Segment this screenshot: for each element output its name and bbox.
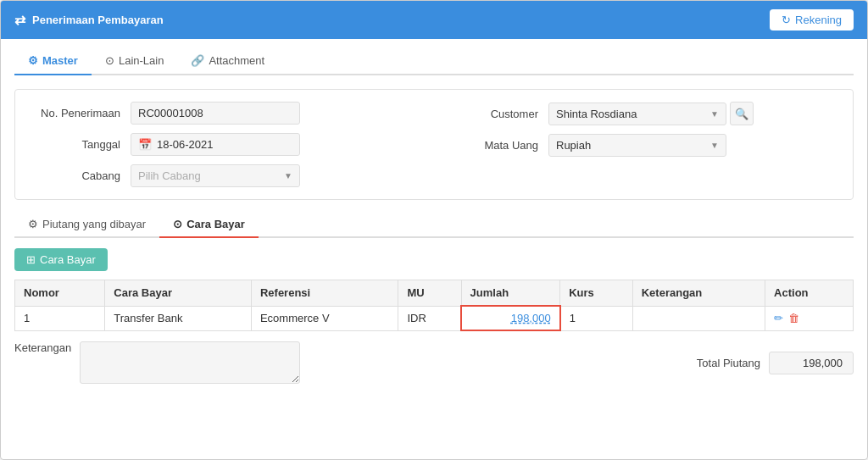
customer-field-group: Shinta Rosdiana ▼ 🔍	[548, 102, 754, 125]
top-tabs: ⚙ Master ⊙ Lain-Lain 🔗 Attachment	[14, 47, 854, 75]
table-row: 1 Transfer Bank Ecommerce V IDR 198,000 …	[15, 306, 854, 330]
total-piutang-value: 198,000	[769, 352, 854, 374]
master-icon: ⚙	[28, 54, 38, 67]
customer-select[interactable]: Shinta Rosdiana ▼	[548, 103, 726, 125]
keterangan-label: Keterangan	[14, 341, 71, 354]
rekening-label: Rekening	[795, 14, 842, 26]
cell-referensi: Ecommerce V	[251, 306, 398, 330]
no-penerimaan-row: No. Penerimaan RC00001008	[29, 102, 421, 125]
form-section: No. Penerimaan RC00001008 Tanggal 📅 18-0…	[14, 89, 854, 200]
action-icons: ✏ 🗑	[774, 312, 844, 324]
cabang-label: Cabang	[29, 169, 131, 182]
tanggal-row: Tanggal 📅 18-06-2021	[29, 133, 421, 156]
col-jumlah: Jumlah	[461, 280, 560, 307]
col-keterangan: Keterangan	[632, 280, 765, 307]
no-penerimaan-label: No. Penerimaan	[29, 107, 131, 119]
tanggal-value: 18-06-2021	[157, 138, 214, 151]
title-bar-left: ⇄ Penerimaan Pembayaran	[14, 12, 164, 28]
mata-uang-arrow-icon: ▼	[710, 141, 719, 150]
cell-nomor: 1	[15, 306, 105, 330]
attachment-icon: 🔗	[191, 54, 204, 67]
customer-arrow-icon: ▼	[710, 109, 719, 119]
cara-bayar-btn-label: Cara Bayar	[40, 253, 96, 266]
rekening-refresh-icon: ↻	[782, 14, 791, 26]
keterangan-textarea[interactable]	[80, 341, 300, 384]
edit-icon[interactable]: ✏	[774, 312, 783, 324]
piutang-label: Piutang yang dibayar	[42, 218, 146, 230]
customer-search-button[interactable]: 🔍	[730, 102, 754, 125]
col-mu: MU	[398, 280, 461, 307]
calendar-icon: 📅	[138, 138, 152, 151]
cell-jumlah[interactable]: 198,000	[461, 306, 560, 330]
mata-uang-select[interactable]: Rupiah ▼	[548, 134, 726, 157]
rekening-button[interactable]: ↻ Rekening	[770, 9, 854, 30]
cabang-select[interactable]: Pilih Cabang ▼	[131, 164, 300, 187]
tab-master[interactable]: ⚙ Master	[14, 47, 92, 75]
bottom-section: ⚙ Piutang yang dibayar ⊙ Cara Bayar ⊞ Ca…	[14, 212, 854, 384]
customer-row: Customer Shinta Rosdiana ▼ 🔍	[447, 102, 839, 125]
customer-label: Customer	[447, 108, 548, 120]
content-area: ⚙ Master ⊙ Lain-Lain 🔗 Attachment No. Pe…	[1, 39, 867, 397]
lain-lain-icon: ⊙	[105, 54, 114, 67]
col-referensi: Referensi	[251, 280, 398, 307]
attachment-label: Attachment	[209, 54, 264, 67]
total-piutang-label: Total Piutang	[697, 357, 760, 369]
mata-uang-value: Rupiah	[556, 139, 591, 152]
total-section: Total Piutang 198,000	[697, 352, 854, 374]
search-icon: 🔍	[735, 108, 748, 120]
cara-bayar-btn-icon: ⊞	[26, 253, 36, 266]
col-action: Action	[765, 280, 854, 307]
table-header-row: Nomor Cara Bayar Referensi MU Jumlah Kur…	[15, 280, 854, 307]
cabang-row: Cabang Pilih Cabang ▼	[29, 164, 421, 187]
lain-lain-label: Lain-Lain	[119, 54, 164, 67]
piutang-icon: ⚙	[28, 218, 38, 230]
two-col-form: No. Penerimaan RC00001008 Tanggal 📅 18-0…	[29, 102, 839, 187]
mata-uang-row: Mata Uang Rupiah ▼	[447, 134, 839, 157]
cell-mu: IDR	[398, 306, 461, 330]
app-window: ⇄ Penerimaan Pembayaran ↻ Rekening ⚙ Mas…	[0, 0, 868, 460]
footer-row: Keterangan Total Piutang 198,000	[14, 341, 854, 384]
tab-lain-lain[interactable]: ⊙ Lain-Lain	[92, 47, 178, 75]
jumlah-value: 198,000	[470, 312, 551, 324]
cell-kurs: 1	[560, 306, 633, 330]
tanggal-input[interactable]: 📅 18-06-2021	[131, 133, 300, 156]
col-kurs: Kurs	[560, 280, 633, 307]
delete-icon[interactable]: 🗑	[788, 312, 799, 324]
master-label: Master	[42, 54, 78, 67]
no-penerimaan-input[interactable]: RC00001008	[131, 102, 300, 125]
cara-bayar-tab-label: Cara Bayar	[186, 218, 245, 230]
cabang-arrow-icon: ▼	[284, 171, 292, 180]
cell-keterangan	[632, 306, 765, 330]
keterangan-section: Keterangan	[14, 341, 300, 384]
title-icon: ⇄	[14, 12, 25, 28]
cara-bayar-add-button[interactable]: ⊞ Cara Bayar	[14, 248, 108, 271]
title-bar: ⇄ Penerimaan Pembayaran ↻ Rekening	[1, 1, 867, 39]
tanggal-label: Tanggal	[29, 138, 131, 151]
tab-cara-bayar[interactable]: ⊙ Cara Bayar	[159, 212, 259, 238]
cara-bayar-tab-icon: ⊙	[173, 218, 182, 230]
cell-cara-bayar: Transfer Bank	[105, 306, 252, 330]
col-cara-bayar: Cara Bayar	[105, 280, 252, 307]
form-col-left: No. Penerimaan RC00001008 Tanggal 📅 18-0…	[29, 102, 421, 187]
tab-attachment[interactable]: 🔗 Attachment	[177, 47, 278, 75]
mata-uang-label: Mata Uang	[447, 139, 548, 152]
bottom-tabs: ⚙ Piutang yang dibayar ⊙ Cara Bayar	[14, 212, 854, 238]
customer-value: Shinta Rosdiana	[556, 108, 637, 120]
tab-piutang[interactable]: ⚙ Piutang yang dibayar	[14, 212, 159, 238]
form-col-right: Customer Shinta Rosdiana ▼ 🔍 Ma	[447, 102, 839, 187]
cell-action: ✏ 🗑	[765, 306, 854, 330]
cara-bayar-table: Nomor Cara Bayar Referensi MU Jumlah Kur…	[14, 280, 854, 331]
page-title: Penerimaan Pembayaran	[32, 14, 164, 26]
col-nomor: Nomor	[15, 280, 105, 307]
cabang-placeholder: Pilih Cabang	[138, 169, 201, 182]
